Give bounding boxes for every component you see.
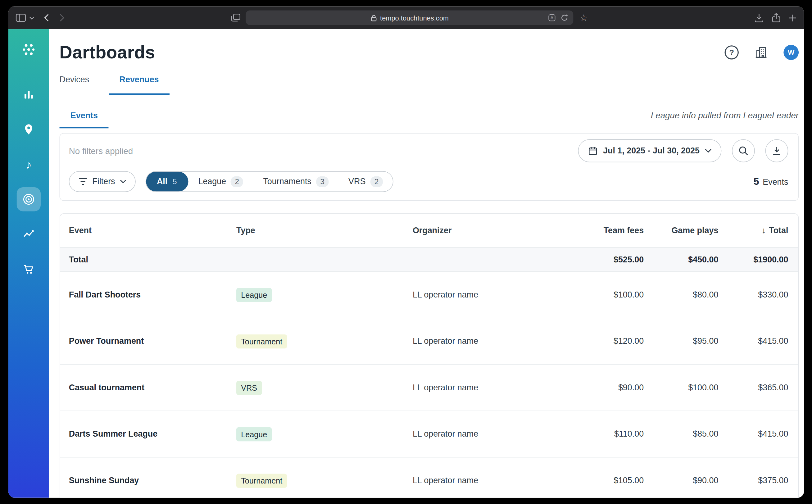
filters-label: Filters (92, 177, 115, 186)
events-count: 5 Events (754, 176, 788, 187)
header-type: Type (236, 226, 413, 235)
date-range-text: Jul 1, 2025 - Jul 30, 2025 (603, 146, 700, 155)
filter-lines-icon (78, 177, 88, 186)
events-table: Event Type Organizer Team fees Game play… (60, 213, 799, 498)
new-tab-icon[interactable] (789, 14, 796, 22)
calendar-icon (588, 146, 598, 156)
segment-tournaments[interactable]: Tournaments 3 (253, 172, 338, 192)
game-plays: $80.00 (644, 290, 718, 299)
total-team-fees: $525.00 (560, 255, 644, 264)
organizer: LL operator name (413, 476, 560, 485)
share-icon[interactable] (772, 13, 780, 22)
sidebar-item-trend-line[interactable] (17, 222, 41, 246)
event-name: Power Tournament (69, 337, 236, 346)
back-icon[interactable] (44, 14, 49, 22)
search-icon (738, 146, 749, 156)
sidebar-item-bar-chart[interactable] (17, 82, 41, 106)
browser-window: tempo.touchtunes.com A ☆ (8, 6, 804, 498)
segment-vrs[interactable]: VRS 2 (338, 172, 393, 192)
tab-devices[interactable]: Devices (60, 75, 100, 95)
event-type-segments: All 5 League 2 Tournaments 3 VRS (145, 171, 393, 192)
tab-revenues[interactable]: Revenues (109, 75, 169, 95)
segment-league[interactable]: League 2 (188, 172, 253, 192)
svg-text:A: A (551, 15, 554, 20)
game-plays: $100.00 (644, 383, 718, 392)
page-title: Dartboards (60, 42, 725, 62)
touchtunes-logo[interactable] (18, 39, 39, 60)
event-name: Casual tournament (69, 383, 236, 392)
team-fees: $100.00 (560, 290, 644, 299)
total: $365.00 (718, 383, 788, 392)
sidebar-item-dartboard[interactable] (17, 187, 41, 211)
bookmark-star-icon[interactable]: ☆ (580, 13, 588, 22)
event-name: Fall Dart Shooters (69, 290, 236, 299)
team-fees: $120.00 (560, 337, 644, 346)
segment-count: 3 (316, 176, 329, 187)
event-type-badge: League (236, 288, 272, 302)
downloads-icon[interactable] (754, 13, 764, 22)
sidebar-toggle-icon[interactable] (16, 14, 26, 22)
total: $375.00 (718, 476, 788, 485)
total-game-plays: $450.00 (644, 255, 718, 264)
table-row[interactable]: Darts Summer League League LL operator n… (60, 411, 798, 458)
filter-panel: No filters applied Jul 1, 2025 - Jul 30,… (60, 133, 799, 201)
header-event: Event (69, 226, 236, 235)
date-range-picker[interactable]: Jul 1, 2025 - Jul 30, 2025 (578, 139, 721, 162)
url-text: tempo.touchtunes.com (380, 14, 449, 22)
download-button[interactable] (765, 139, 788, 162)
url-bar[interactable]: tempo.touchtunes.com A (246, 11, 574, 25)
search-button[interactable] (732, 139, 755, 162)
sidebar-item-shopping-cart[interactable] (17, 257, 41, 281)
table-row[interactable]: Power Tournament Tournament LL operator … (60, 318, 798, 365)
lock-icon (371, 14, 376, 21)
segment-count: 2 (370, 176, 383, 187)
total-label: Total (69, 255, 236, 264)
team-fees: $105.00 (560, 476, 644, 485)
total-total: $1900.00 (718, 255, 788, 264)
segment-count: 2 (231, 176, 243, 187)
total: $415.00 (718, 337, 788, 346)
organizer: LL operator name (413, 383, 560, 392)
event-type-badge: VRS (236, 381, 262, 395)
team-fees: $90.00 (560, 383, 644, 392)
table-row[interactable]: Fall Dart Shooters League LL operator na… (60, 272, 798, 318)
sidebar-item-music-note[interactable]: ♪ (17, 152, 41, 176)
table-row[interactable]: Casual tournament VRS LL operator name $… (60, 365, 798, 411)
game-plays: $90.00 (644, 476, 718, 485)
reload-icon[interactable] (561, 14, 569, 21)
segment-all[interactable]: All 5 (146, 172, 188, 192)
event-type-badge: League (236, 427, 272, 441)
translate-icon[interactable]: A (548, 14, 556, 21)
header-total[interactable]: ↓ Total (718, 226, 788, 235)
game-plays: $85.00 (644, 429, 718, 439)
browser-toolbar: tempo.touchtunes.com A ☆ (8, 6, 804, 29)
help-icon[interactable]: ? (725, 45, 739, 59)
building-icon[interactable] (754, 45, 768, 59)
league-leader-note: League info pulled from LeagueLeader (651, 111, 799, 120)
header-organizer: Organizer (413, 226, 560, 235)
tab-overview-icon[interactable] (231, 14, 241, 22)
sidebar-item-location-pin[interactable] (17, 117, 41, 141)
sort-desc-icon: ↓ (762, 226, 766, 235)
segment-count: 5 (172, 176, 177, 187)
music-note-icon: ♪ (26, 158, 32, 170)
team-fees: $110.00 (560, 429, 644, 439)
filters-dropdown[interactable]: Filters (69, 171, 135, 192)
desktop: tempo.touchtunes.com A ☆ (0, 0, 812, 504)
table-row[interactable]: Sunshine Sunday Tournament LL operator n… (60, 457, 798, 497)
total: $330.00 (718, 290, 788, 299)
event-name: Darts Summer League (69, 429, 236, 439)
table-total-row: Total $525.00 $450.00 $1900.00 (60, 248, 798, 272)
tab-events[interactable]: Events (60, 111, 109, 128)
chevron-down-icon[interactable] (29, 16, 34, 20)
organizer: LL operator name (413, 429, 560, 439)
forward-icon[interactable] (60, 14, 65, 22)
avatar[interactable]: W (783, 45, 799, 60)
event-name: Sunshine Sunday (69, 476, 236, 485)
event-type-badge: Tournament (236, 334, 287, 348)
table-header-row: Event Type Organizer Team fees Game play… (60, 214, 798, 248)
chevron-down-icon (705, 149, 712, 153)
header-team-fees: Team fees (560, 226, 644, 235)
total: $415.00 (718, 429, 788, 439)
game-plays: $95.00 (644, 337, 718, 346)
